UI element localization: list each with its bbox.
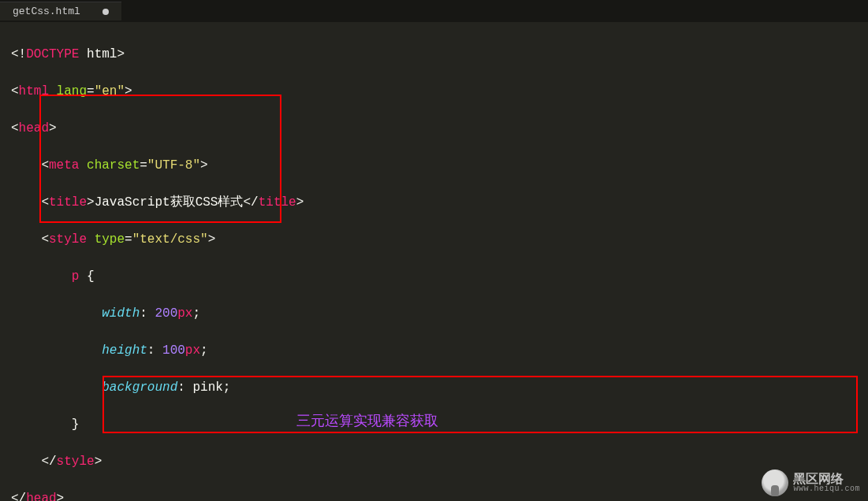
- tab-bar: getCss.html: [0, 0, 868, 22]
- code-line: <html lang="en">: [11, 83, 857, 102]
- code-line: height: 100px;: [11, 342, 857, 361]
- code-line: background: pink;: [11, 379, 857, 398]
- code-line: p {: [11, 268, 857, 287]
- code-line: </head>: [11, 490, 857, 502]
- code-line: <meta charset="UTF-8">: [11, 157, 857, 176]
- mushroom-icon: [762, 469, 788, 496]
- code-line: </style>: [11, 453, 857, 472]
- annotation-text: 三元运算实现兼容获取: [296, 411, 438, 430]
- tab-label: getCss.html: [13, 6, 80, 17]
- code-line: <style type="text/css">: [11, 231, 857, 250]
- code-line: width: 200px;: [11, 305, 857, 324]
- watermark-title: 黑区网络: [793, 473, 860, 485]
- code-line: <title>JavaScript获取CSS样式</title>: [11, 194, 857, 213]
- tab-getcss[interactable]: getCss.html: [0, 2, 121, 20]
- code-line: <!DOCTYPE html>: [11, 46, 857, 65]
- watermark-url: www.heiqu.com: [793, 485, 860, 493]
- unsaved-dot-icon: [102, 9, 109, 15]
- watermark: 黑区网络 www.heiqu.com: [762, 469, 860, 496]
- code-line: <head>: [11, 120, 857, 139]
